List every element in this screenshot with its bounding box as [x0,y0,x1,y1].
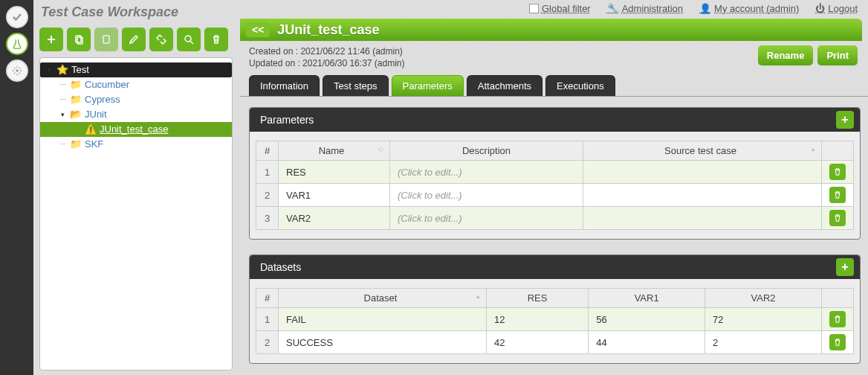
folder-icon: 📁 [70,138,82,151]
tree-node-skf[interactable]: ⋯📁SKF [40,137,232,152]
paste-button[interactable] [94,28,118,51]
rail-gear-icon[interactable] [6,60,28,82]
tree: ▾ ⭐ Test ⋯📁Cucumber ⋯📁Cypress ▾📂JUnit ⚠️… [39,57,233,371]
tree-node-cucumber[interactable]: ⋯📁Cucumber [40,77,232,92]
page-title: JUnit_test_case [277,22,379,38]
rail-flask-icon[interactable] [6,33,28,55]
tab-information[interactable]: Information [249,75,320,96]
rail-check-icon[interactable] [6,6,28,28]
tree-node-junit[interactable]: ▾📂JUnit [40,107,232,122]
my-account-link[interactable]: 👤My account (admin) [699,3,799,14]
sort-icon: ▴ [812,145,815,153]
panel-title: Parameters [260,114,314,126]
dataset-cell[interactable]: 72 [705,308,822,331]
svg-point-4 [185,36,191,42]
param-name-cell[interactable]: RES [279,161,390,184]
meta-text: Created on : 2021/06/22 11:46 (admin) Up… [249,45,404,69]
meta-row: Created on : 2021/06/22 11:46 (admin) Up… [240,41,868,75]
param-source-cell[interactable] [583,184,822,207]
topbar: Global filter 🔧Administration 👤My accoun… [240,0,868,19]
logout-link[interactable]: ⏻Logout [815,3,858,14]
tab-executions[interactable]: Executions [545,75,615,96]
back-button[interactable]: << [246,22,270,37]
table-row: 3 VAR2 (Click to edit...) [256,207,854,230]
delete-button[interactable] [204,28,228,51]
workspace-title: Test Case Workspace [39,4,233,22]
edit-button[interactable] [122,28,146,51]
table-row: 1 RES (Click to edit...) [256,161,854,184]
sidebar: Test Case Workspace ▾ ⭐ Test ⋯📁Cucumber … [33,0,240,375]
delete-row-button[interactable] [829,311,846,327]
user-icon: 👤 [699,3,711,14]
param-desc-cell[interactable]: (Click to edit...) [390,161,583,184]
dataset-cell[interactable]: 44 [589,331,705,354]
tree-root[interactable]: ▾ ⭐ Test [40,62,232,77]
titlebar: << JUnit_test_case [240,19,862,41]
wrench-icon: 🔧 [607,3,619,14]
tree-node-cypress[interactable]: ⋯📁Cypress [40,92,232,107]
add-button[interactable] [39,28,63,51]
dataset-name-cell[interactable]: FAIL [279,308,487,331]
search-button[interactable] [177,28,201,51]
table-row: 2 VAR1 (Click to edit...) [256,184,854,207]
tabs: Information Test steps Parameters Attach… [240,75,868,97]
add-parameter-button[interactable]: + [836,111,854,129]
table-row: 1 FAIL 12 56 72 [256,308,854,331]
param-source-cell[interactable] [583,161,822,184]
dataset-cell[interactable]: 12 [487,308,589,331]
param-desc-cell[interactable]: (Click to edit...) [390,184,583,207]
folder-icon: 📂 [70,108,82,121]
administration-link[interactable]: 🔧Administration [607,3,683,14]
add-dataset-button[interactable]: + [836,258,854,276]
param-source-cell[interactable] [583,207,822,230]
delete-row-button[interactable] [829,334,846,350]
testcase-icon: ⚠️ [85,123,97,136]
global-filter-link[interactable]: Global filter [529,3,591,14]
power-icon: ⏻ [815,3,825,14]
svg-point-0 [16,69,19,72]
tree-node-junit-testcase[interactable]: ⚠️JUnit_test_case [40,122,232,137]
dataset-name-cell[interactable]: SUCCESS [279,331,487,354]
rename-button[interactable]: Rename [758,45,814,65]
tab-test-steps[interactable]: Test steps [323,75,389,96]
delete-row-button[interactable] [829,164,846,180]
sidebar-toolbar [39,28,233,51]
sort-icon: ▴ [476,292,480,300]
param-name-cell[interactable]: VAR1 [279,184,390,207]
tab-parameters[interactable]: Parameters [392,75,464,96]
parameters-panel: Parameters + # Name◇ Description Source … [249,107,861,240]
param-desc-cell[interactable]: (Click to edit...) [390,207,583,230]
datasets-panel: Datasets + # Dataset▴ RES VAR1 VAR2 1 FA… [249,254,861,364]
sort-icon: ◇ [378,145,383,153]
checkbox-icon[interactable] [529,4,539,13]
content: Parameters + # Name◇ Description Source … [240,97,868,375]
left-rail [0,0,33,375]
print-button[interactable]: Print [817,45,858,65]
dataset-cell[interactable]: 56 [589,308,705,331]
link-button[interactable] [149,28,173,51]
delete-row-button[interactable] [829,187,846,203]
main: Global filter 🔧Administration 👤My accoun… [240,0,868,375]
copy-button[interactable] [67,28,91,51]
svg-rect-3 [103,36,109,43]
folder-icon: 📁 [70,93,82,106]
param-name-cell[interactable]: VAR2 [279,207,390,230]
folder-icon: 📁 [70,78,82,92]
panel-title: Datasets [260,261,301,273]
dataset-cell[interactable]: 42 [487,331,589,354]
parameters-table: # Name◇ Description Source test case▴ 1 … [256,141,854,230]
star-icon: ⭐ [56,63,68,77]
delete-row-button[interactable] [829,210,846,226]
table-row: 2 SUCCESS 42 44 2 [256,331,854,354]
tab-attachments[interactable]: Attachments [467,75,542,96]
dataset-cell[interactable]: 2 [705,331,822,354]
datasets-table: # Dataset▴ RES VAR1 VAR2 1 FAIL 12 56 72… [256,288,854,354]
